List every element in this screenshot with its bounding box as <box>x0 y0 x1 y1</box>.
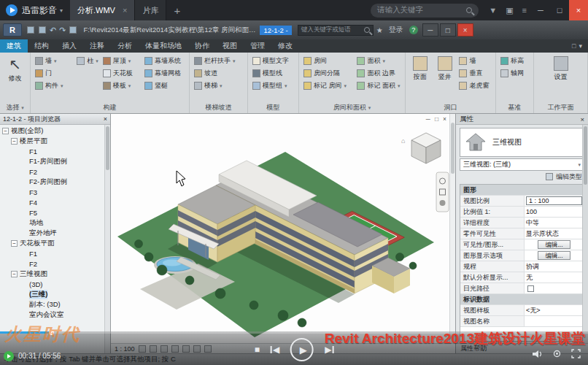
opening-by-face-button[interactable]: 按面 <box>408 55 433 82</box>
favorites-icon[interactable]: ★ <box>376 26 383 34</box>
ceiling-button[interactable]: 天花板 <box>101 67 142 80</box>
floor-button[interactable]: 楼板▾ <box>101 80 142 92</box>
workplane-set-button[interactable]: 设置 <box>547 55 575 82</box>
tree-item[interactable]: −视图(全部) <box>0 126 110 136</box>
revit-close-button[interactable]: × <box>457 23 473 36</box>
ribbon-tab-insert[interactable]: 插入 <box>55 39 83 53</box>
vertical-opening-button[interactable]: 垂直 <box>457 67 493 80</box>
stop-button[interactable]: ■ <box>255 345 260 355</box>
view-close-icon[interactable]: × <box>443 115 446 123</box>
dormer-button[interactable]: 老虎窗 <box>457 80 493 92</box>
download-icon[interactable]: ▼ <box>489 6 497 15</box>
maximize-button[interactable]: □ <box>550 0 569 20</box>
tree-item[interactable]: F2 <box>0 166 110 177</box>
properties-section-identity[interactable]: 标识数据 <box>460 294 584 305</box>
view-restore-icon[interactable]: □ <box>435 115 438 123</box>
tree-item[interactable]: −天花板平面 <box>0 238 110 248</box>
sun-path-checkbox[interactable] <box>527 285 534 292</box>
navigation-bar[interactable] <box>436 172 449 212</box>
component-button[interactable]: 构件▾ <box>33 80 74 92</box>
panel-label-select[interactable]: 选择▾ <box>0 102 30 113</box>
tree-item[interactable]: F1 <box>0 146 110 156</box>
edit-visibility-button[interactable]: 编辑... <box>538 240 570 249</box>
tree-item[interactable]: 场地 <box>0 218 110 228</box>
level-button[interactable]: 标高 <box>498 55 526 67</box>
curtain-system-button[interactable]: 幕墙系统 <box>142 55 187 67</box>
signin-label[interactable]: 登录 <box>389 25 403 35</box>
edit-display-options-button[interactable]: 编辑... <box>538 251 570 260</box>
app-menu-chevron-icon[interactable]: ▾ <box>60 7 63 14</box>
roof-button[interactable]: 屋顶▾ <box>101 55 142 67</box>
minimize-button[interactable]: ─ <box>531 0 550 20</box>
edit-type-button[interactable]: 编辑类型 <box>556 172 582 182</box>
properties-scrollbar[interactable] <box>582 125 588 343</box>
tree-item[interactable]: 副本: (3D) <box>0 299 110 310</box>
player-search-input[interactable]: 请输入关键字 <box>371 4 479 18</box>
settings-icon[interactable] <box>552 349 562 358</box>
ribbon-tab-manage[interactable]: 管理 <box>244 39 271 53</box>
tree-item[interactable]: 室内会议室 <box>0 310 110 320</box>
revit-minimize-button[interactable]: ─ <box>422 23 438 36</box>
fullscreen-icon[interactable] <box>571 349 581 358</box>
help-icon[interactable]: ? <box>409 26 418 34</box>
tree-item[interactable]: F1 <box>0 248 110 258</box>
model-line-button[interactable]: 模型线 <box>250 67 291 80</box>
undo-icon[interactable]: ↶ <box>50 26 56 35</box>
tree-item[interactable]: 室外地坪 <box>0 228 110 238</box>
rename-selection[interactable]: 12-1-2 - <box>260 26 291 35</box>
accelerator-icon[interactable] <box>4 351 14 361</box>
search-icon[interactable] <box>466 7 472 13</box>
tag-area-button[interactable]: 标记 面积▾ <box>355 80 403 92</box>
modify-button[interactable]: ↖ 修改 <box>2 55 28 83</box>
curtain-grid-button[interactable]: 幕墙网格 <box>142 67 187 80</box>
tree-collapse-icon[interactable]: − <box>11 240 18 247</box>
instance-selector-dropdown[interactable]: 三维视图: (三维) ▾ <box>460 158 584 171</box>
previous-button[interactable]: ◀ <box>271 345 279 355</box>
ribbon-tab-structure[interactable]: 结构 <box>28 39 55 53</box>
play-button[interactable]: ▶ <box>290 338 314 361</box>
print-icon[interactable] <box>69 26 77 34</box>
tree-collapse-icon[interactable]: − <box>2 128 9 134</box>
new-tab-button[interactable]: + <box>166 4 187 17</box>
tag-room-button[interactable]: 标记 房间▾ <box>301 80 355 92</box>
redo-icon[interactable]: ↷ <box>59 26 66 35</box>
tree-item[interactable]: F5 <box>0 207 110 218</box>
revit-restore-button[interactable]: □ <box>440 23 456 36</box>
app-logo-icon[interactable] <box>6 4 18 16</box>
tree-item[interactable]: −楼层平面 <box>0 136 110 146</box>
save-icon[interactable] <box>39 26 46 34</box>
tab-close-icon[interactable]: × <box>123 6 127 15</box>
mullion-button[interactable]: 竖梃 <box>142 80 187 92</box>
wall-button[interactable]: 墙▾ <box>33 55 74 67</box>
infocenter-search-input[interactable]: 键入关键字或短语 <box>298 25 374 36</box>
properties-header[interactable]: 属性 × <box>456 114 588 125</box>
open-icon[interactable] <box>27 26 34 34</box>
shaft-button[interactable]: 竖井 <box>433 55 457 82</box>
door-button[interactable]: 门 <box>33 67 74 80</box>
revit-app-button[interactable]: R <box>3 23 22 36</box>
railing-button[interactable]: 栏杆扶手▾ <box>192 55 238 67</box>
volume-icon[interactable] <box>532 350 543 358</box>
ramp-button[interactable]: 坡道 <box>192 67 238 80</box>
panel-label-room-area[interactable]: 房间和面积▾ <box>299 102 405 113</box>
tree-item[interactable]: −三维视图 <box>0 269 110 279</box>
room-separator-button[interactable]: 房间分隔 <box>301 67 355 80</box>
ribbon-tab-architecture[interactable]: 建筑 <box>0 39 28 53</box>
tree-item[interactable]: F2 <box>0 258 110 269</box>
view-scrollbar[interactable] <box>449 114 455 343</box>
tree-item[interactable]: F3 <box>0 187 110 197</box>
tree-item[interactable]: F1-房间图例 <box>0 156 110 166</box>
project-browser-header[interactable]: 12-1-2 - 项目浏览器 × <box>0 114 110 125</box>
properties-close-icon[interactable]: × <box>580 115 584 123</box>
view-minimize-icon[interactable]: ─ <box>426 115 430 123</box>
player-tab-video[interactable]: 分析.WMV × <box>70 0 135 20</box>
player-tab-library[interactable]: 片库 <box>135 0 166 20</box>
properties-section-graphics[interactable]: 图形 <box>460 185 584 196</box>
model-group-button[interactable]: 模型组▾ <box>250 80 291 92</box>
tree-item[interactable]: F4 <box>0 197 110 207</box>
ribbon-tab-modify[interactable]: 修改 <box>271 39 299 53</box>
skin-icon[interactable]: ▣ <box>506 6 513 15</box>
home-icon[interactable]: ⌂ <box>401 137 405 145</box>
model-text-button[interactable]: 模型文字 <box>250 55 291 67</box>
area-boundary-button[interactable]: 面积 边界 <box>355 67 403 80</box>
